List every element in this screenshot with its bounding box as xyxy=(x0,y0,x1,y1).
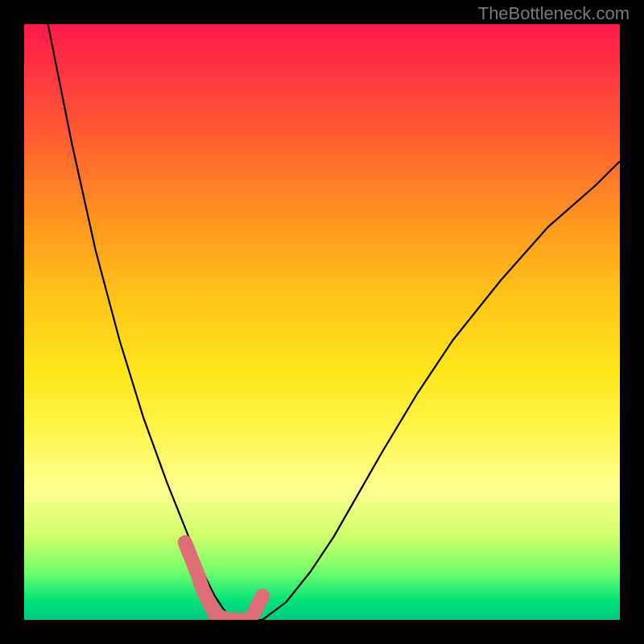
watermark-text: TheBottleneck.com xyxy=(478,3,630,24)
chart-plot-area xyxy=(24,24,620,620)
chart-svg xyxy=(24,24,620,620)
main-curve-line xyxy=(48,24,620,620)
